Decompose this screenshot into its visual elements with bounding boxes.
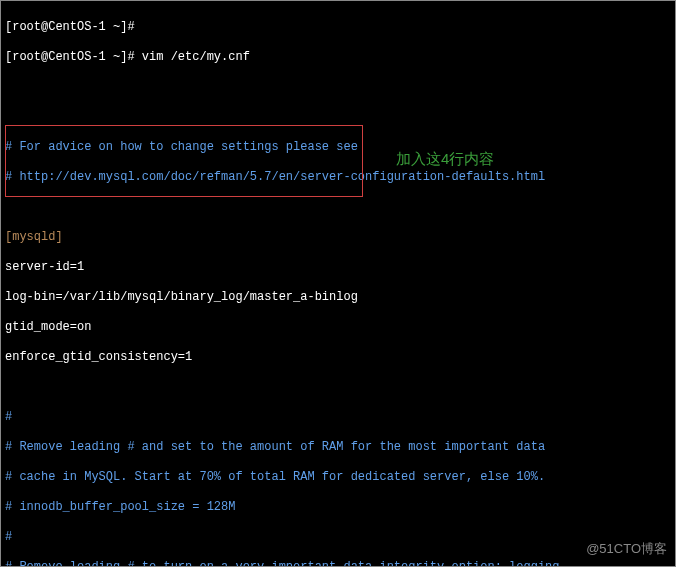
comment-line: # <box>5 530 671 545</box>
terminal-output[interactable]: [root@CentOS-1 ~]# [root@CentOS-1 ~]# vi… <box>1 1 675 567</box>
comment-line: # innodb_buffer_pool_size = 128M <box>5 500 671 515</box>
blank-line <box>5 80 671 95</box>
blank-line <box>5 200 671 215</box>
config-line: gtid_mode=on <box>5 320 671 335</box>
prompt-command: [root@CentOS-1 ~]# vim /etc/my.cnf <box>5 50 671 65</box>
comment-line: # <box>5 410 671 425</box>
comment-line: # http://dev.mysql.com/doc/refman/5.7/en… <box>5 170 671 185</box>
comment-line: # Remove leading # to turn on a very imp… <box>5 560 671 567</box>
comment-line: # For advice on how to change settings p… <box>5 140 671 155</box>
blank-line <box>5 380 671 395</box>
blank-line <box>5 110 671 125</box>
config-line: log-bin=/var/lib/mysql/binary_log/master… <box>5 290 671 305</box>
prompt-line: [root@CentOS-1 ~]# <box>5 20 671 35</box>
watermark: @51CTO博客 <box>586 541 667 556</box>
config-line: enforce_gtid_consistency=1 <box>5 350 671 365</box>
annotation-text: 加入这4行内容 <box>396 151 494 166</box>
section-header: [mysqld] <box>5 230 671 245</box>
config-line: server-id=1 <box>5 260 671 275</box>
comment-line: # cache in MySQL. Start at 70% of total … <box>5 470 671 485</box>
comment-line: # Remove leading # and set to the amount… <box>5 440 671 455</box>
